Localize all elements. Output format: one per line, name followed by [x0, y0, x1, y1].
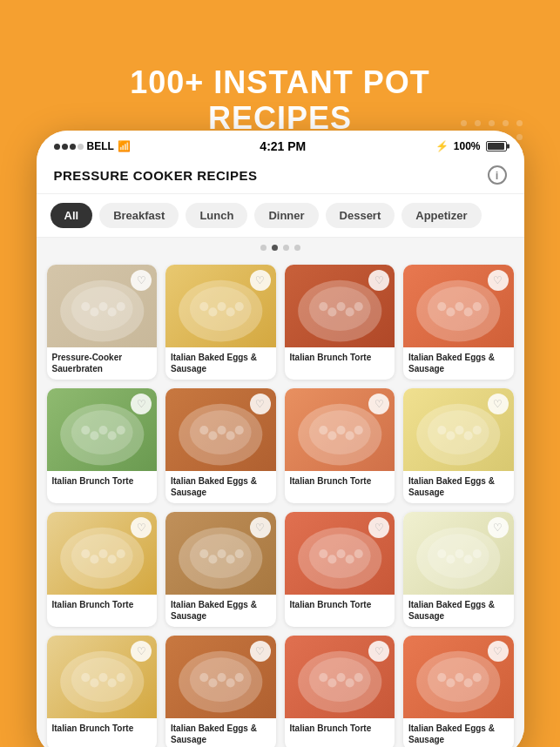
svg-point-111 [428, 657, 489, 702]
recipe-title-3: Italian Brunch Torte [285, 347, 395, 368]
recipe-image-7: ♡ [285, 388, 395, 471]
recipe-card-12[interactable]: ♡Italian Baked Eggs & Sausage [403, 512, 514, 627]
svg-point-97 [190, 657, 252, 702]
recipe-title-8: Italian Baked Eggs & Sausage [403, 471, 514, 503]
filter-tab-all[interactable]: All [51, 203, 93, 228]
recipe-card-4[interactable]: ♡Italian Baked Eggs & Sausage [403, 265, 514, 380]
recipe-image-10: ♡ [165, 512, 276, 595]
filter-tab-lunch[interactable]: Lunch [186, 203, 247, 228]
favorite-button-9[interactable]: ♡ [131, 517, 152, 538]
recipe-title-2: Italian Baked Eggs & Sausage [165, 347, 276, 380]
favorite-button-7[interactable]: ♡ [368, 394, 389, 414]
phone-frame: BELL 📶 4:21 PM ⚡ 100% PRESSURE COOKER RE… [37, 131, 524, 747]
recipe-title-4: Italian Baked Eggs & Sausage [403, 347, 514, 380]
recipe-card-9[interactable]: ♡Italian Brunch Torte [47, 512, 158, 627]
favorite-button-5[interactable]: ♡ [131, 394, 152, 414]
svg-point-69 [190, 534, 252, 578]
recipe-image-9: ♡ [47, 512, 158, 595]
scroll-dots [37, 238, 524, 258]
recipe-card-7[interactable]: ♡Italian Brunch Torte [285, 388, 395, 503]
wifi-icon: 📶 [118, 140, 131, 152]
recipe-image-6: ♡ [165, 388, 276, 471]
recipe-title-9: Italian Brunch Torte [47, 595, 158, 616]
favorite-button-6[interactable]: ♡ [250, 394, 271, 414]
svg-point-6 [71, 286, 132, 331]
recipe-title-10: Italian Baked Eggs & Sausage [165, 595, 276, 627]
svg-point-62 [71, 534, 132, 578]
favorite-button-11[interactable]: ♡ [368, 517, 389, 538]
svg-point-48 [308, 410, 370, 454]
recipe-title-16: Italian Baked Eggs & Sausage [403, 718, 514, 748]
favorite-button-14[interactable]: ♡ [250, 641, 271, 662]
recipe-image-16: ♡ [403, 636, 514, 718]
recipe-title-6: Italian Baked Eggs & Sausage [165, 471, 276, 503]
signal-dots [54, 144, 84, 150]
favorite-button-16[interactable]: ♡ [488, 641, 509, 662]
svg-point-104 [308, 657, 370, 702]
recipe-image-4: ♡ [403, 265, 514, 347]
svg-point-41 [190, 410, 252, 454]
favorite-button-8[interactable]: ♡ [488, 394, 509, 414]
status-right: ⚡ 100% [435, 140, 507, 152]
favorite-button-4[interactable]: ♡ [488, 270, 509, 291]
recipe-image-11: ♡ [285, 512, 395, 595]
recipe-card-3[interactable]: ♡Italian Brunch Torte [285, 265, 395, 380]
recipe-card-1[interactable]: ♡Pressure-Cooker Sauerbraten [47, 265, 158, 380]
favorite-button-15[interactable]: ♡ [368, 641, 389, 662]
app-title: PRESSURE COOKER RECIPES [54, 168, 258, 183]
recipe-card-13[interactable]: ♡Italian Brunch Torte [47, 636, 158, 747]
battery-label: 100% [454, 140, 481, 152]
svg-point-90 [71, 657, 132, 702]
svg-point-55 [428, 410, 489, 454]
recipe-title-5: Italian Brunch Torte [47, 471, 158, 492]
recipe-title-15: Italian Brunch Torte [285, 718, 395, 739]
recipe-image-14: ♡ [165, 636, 276, 718]
dot-3 [283, 245, 289, 251]
info-button[interactable]: i [488, 165, 507, 185]
dot-1 [260, 245, 267, 251]
filter-row: AllBreakfastLunchDinnerDessertAppetizer [37, 194, 524, 238]
favorite-button-10[interactable]: ♡ [250, 517, 271, 538]
recipe-title-1: Pressure-Cooker Sauerbraten [47, 347, 158, 380]
status-bar: BELL 📶 4:21 PM ⚡ 100% [37, 131, 524, 158]
recipe-card-10[interactable]: ♡Italian Baked Eggs & Sausage [165, 512, 276, 627]
recipe-image-3: ♡ [285, 265, 395, 347]
recipe-image-2: ♡ [165, 265, 276, 347]
recipes-scroll[interactable]: ♡Pressure-Cooker Sauerbraten♡Italian Bak… [37, 258, 524, 747]
recipe-card-8[interactable]: ♡Italian Baked Eggs & Sausage [403, 388, 514, 503]
recipe-card-2[interactable]: ♡Italian Baked Eggs & Sausage [165, 265, 276, 380]
carrier-label: BELL [87, 140, 114, 152]
hero-title: 100+ INSTANT POT RECIPES [112, 64, 447, 137]
recipe-card-14[interactable]: ♡Italian Baked Eggs & Sausage [165, 636, 276, 747]
status-left: BELL 📶 [54, 140, 131, 152]
recipe-title-13: Italian Brunch Torte [47, 718, 158, 739]
favorite-button-13[interactable]: ♡ [131, 641, 152, 662]
favorite-button-3[interactable]: ♡ [368, 270, 389, 291]
recipe-image-1: ♡ [47, 265, 158, 347]
recipe-image-15: ♡ [285, 636, 395, 718]
svg-point-13 [190, 286, 252, 331]
favorite-button-2[interactable]: ♡ [250, 270, 271, 291]
recipe-title-11: Italian Brunch Torte [285, 595, 395, 616]
favorite-button-1[interactable]: ♡ [131, 270, 152, 291]
recipe-image-12: ♡ [403, 512, 514, 595]
recipe-card-15[interactable]: ♡Italian Brunch Torte [285, 636, 395, 747]
recipe-card-11[interactable]: ♡Italian Brunch Torte [285, 512, 395, 627]
svg-point-20 [308, 286, 370, 331]
filter-tab-dessert[interactable]: Dessert [326, 203, 395, 228]
recipe-card-6[interactable]: ♡Italian Baked Eggs & Sausage [165, 388, 276, 503]
filter-tab-dinner[interactable]: Dinner [254, 203, 318, 228]
favorite-button-12[interactable]: ♡ [488, 517, 509, 538]
recipe-card-5[interactable]: ♡Italian Brunch Torte [47, 388, 158, 503]
svg-point-83 [428, 534, 489, 578]
recipe-image-8: ♡ [403, 388, 514, 471]
recipe-card-16[interactable]: ♡Italian Baked Eggs & Sausage [403, 636, 514, 747]
svg-point-34 [71, 410, 132, 454]
filter-tab-breakfast[interactable]: Breakfast [99, 203, 179, 228]
recipe-image-13: ♡ [47, 636, 158, 718]
svg-point-27 [428, 286, 489, 331]
filter-tab-appetizer[interactable]: Appetizer [401, 203, 481, 228]
dot-4 [294, 245, 300, 251]
svg-point-76 [308, 534, 370, 578]
battery-icon [486, 141, 507, 151]
